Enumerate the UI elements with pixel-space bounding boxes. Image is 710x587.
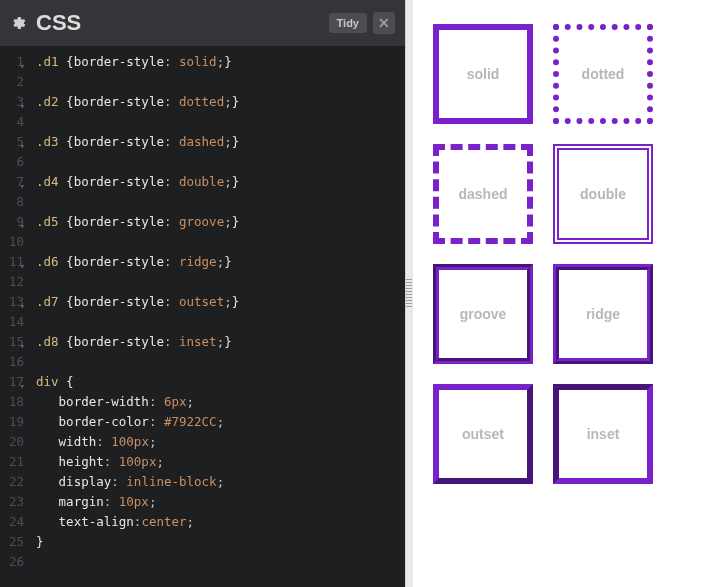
preview-box-groove: groove: [433, 264, 533, 364]
preview-pane: soliddotteddasheddoublegrooveridgeoutset…: [413, 0, 710, 587]
close-button[interactable]: ✕: [373, 12, 395, 34]
tidy-button[interactable]: Tidy: [329, 13, 367, 33]
css-editor-pane: CSS Tidy ✕ 1▾23▾45▾67▾89▾1011▾1213▾1415▾…: [0, 0, 405, 587]
preview-box-double: double: [553, 144, 653, 244]
editor-header: CSS Tidy ✕: [0, 0, 405, 46]
panel-title: CSS: [36, 10, 329, 36]
line-number-gutter: 1▾23▾45▾67▾89▾1011▾1213▾1415▾1617▾181920…: [0, 46, 30, 587]
preview-box-inset: inset: [553, 384, 653, 484]
gear-icon[interactable]: [10, 15, 26, 31]
pane-divider[interactable]: [405, 0, 413, 587]
preview-box-dotted: dotted: [553, 24, 653, 124]
preview-box-outset: outset: [433, 384, 533, 484]
preview-box-ridge: ridge: [553, 264, 653, 364]
pane-divider-grip[interactable]: [406, 279, 412, 309]
preview-inner: soliddotteddasheddoublegrooveridgeoutset…: [423, 14, 700, 494]
preview-box-dashed: dashed: [433, 144, 533, 244]
code-editor[interactable]: 1▾23▾45▾67▾89▾1011▾1213▾1415▾1617▾181920…: [0, 46, 405, 587]
preview-box-solid: solid: [433, 24, 533, 124]
code-content[interactable]: .d1 {border-style: solid;} .d2 {border-s…: [30, 46, 405, 587]
